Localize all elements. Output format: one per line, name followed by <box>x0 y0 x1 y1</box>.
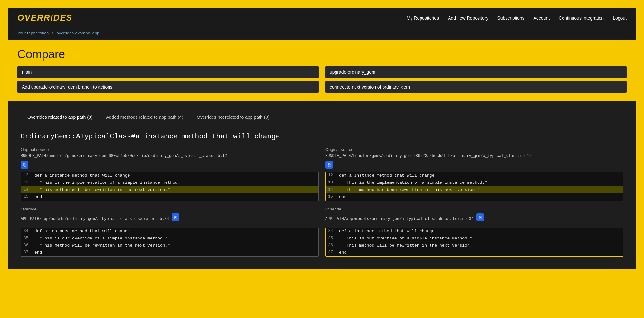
right-code-line-14: 14 "This method has been rewritten in th… <box>326 186 623 193</box>
left-branch-input[interactable]: main <box>17 66 319 78</box>
right-override-num-36: 36 <box>326 242 336 249</box>
left-source-label: Original source <box>21 147 319 152</box>
right-override-num-35: 35 <box>326 235 336 242</box>
left-line-num-13: 13 <box>21 179 31 186</box>
right-code-line-12: 12 def a_instance_method_that_will_chang… <box>326 172 623 179</box>
left-code-line-13: 13 "This is the implementation of a simp… <box>21 179 318 186</box>
header: OVERRIDES My Repositories Add new Reposi… <box>8 8 636 28</box>
left-column: Original source BUNDLE_PATH/bundler/gems… <box>21 147 319 257</box>
right-override-code-block: 34 def a_instance_method_that_will_chang… <box>325 228 623 257</box>
right-override-line-35: 35 "This is our override of a simple ins… <box>326 235 623 242</box>
right-override-copy-icon: ⎘ <box>479 215 481 220</box>
right-copy-button[interactable]: ⎘ <box>325 161 333 169</box>
logo: OVERRIDES <box>17 13 72 23</box>
left-override-line-34: 34 def a_instance_method_that_will_chang… <box>21 228 318 235</box>
nav-account[interactable]: Account <box>533 15 550 21</box>
right-line-content-12: def a_instance_method_that_will_change <box>336 172 623 179</box>
right-line-num-13: 13 <box>326 179 336 186</box>
left-override-copy-icon: ⎘ <box>174 215 177 220</box>
right-line-content-15: end <box>336 193 623 201</box>
left-override-content-35: "This is our override of a simple instan… <box>31 235 318 242</box>
breadcrumb-bar: Your repositories / overrides-example-ap… <box>8 28 636 41</box>
right-override-line-37: 37 end <box>326 249 623 256</box>
right-override-num-34: 34 <box>326 228 336 235</box>
left-override-num-37: 37 <box>21 249 31 256</box>
left-line-content-12: def a_instance_method_that_will_change <box>31 172 318 179</box>
right-override-num-37: 37 <box>326 249 336 256</box>
right-source-label: Original source <box>325 147 623 152</box>
comparison-columns: Original source BUNDLE_PATH/bundler/gems… <box>21 147 623 257</box>
compare-inputs: main upgrade-ordinary_gem Add upgrade-or… <box>17 66 627 93</box>
left-override-content-36: "This method will be rewritten in the ne… <box>31 242 318 249</box>
left-override-num-36: 36 <box>21 242 31 249</box>
right-column: Original source BUNDLE_PATH/bundler/gems… <box>325 147 623 257</box>
left-commit-input[interactable]: Add upgrade-ordinary_gem branch to actio… <box>17 81 319 93</box>
right-override-path-row: APP_PATH/app/models/ordinary_gem/a_typic… <box>325 213 623 224</box>
right-override-content-34: def a_instance_method_that_will_change <box>336 228 623 235</box>
right-override-label: Override <box>325 207 623 211</box>
tab-overrides-not-related[interactable]: Overrides not related to app path (0) <box>190 111 276 123</box>
breadcrumb-current-repo[interactable]: overrides-example-app <box>57 31 99 35</box>
right-code-line-15: 15 end <box>326 193 623 201</box>
right-override-content-36: "This method will be rewritten in the ne… <box>336 242 623 249</box>
left-override-content-34: def a_instance_method_that_will_change <box>31 228 318 235</box>
left-source-path: BUNDLE_PATH/bundler/gems/ordinary-gem-68… <box>21 154 319 158</box>
right-commit-input[interactable]: connect to next version of ordinary_gem <box>325 81 627 93</box>
right-line-content-13: "This is the implementation of a simple … <box>336 179 623 186</box>
compare-title: Compare <box>17 48 627 61</box>
tab-overrides-related[interactable]: Overrides related to app path (8) <box>21 111 99 123</box>
left-override-copy-button[interactable]: ⎘ <box>172 213 179 221</box>
left-code-line-15: 15 end <box>21 193 318 201</box>
left-line-num-14: 14 <box>21 186 31 193</box>
left-override-path: APP_PATH/app/models/ordinary_gem/a_typic… <box>21 217 169 221</box>
nav-add-repository[interactable]: Add new Repository <box>448 15 488 21</box>
class-heading: OrdinaryGem::ATypicalClass#a_instance_me… <box>21 133 623 141</box>
left-override-code-block: 34 def a_instance_method_that_will_chang… <box>21 228 319 257</box>
left-line-num-15: 15 <box>21 193 31 201</box>
compare-section: Compare main upgrade-ordinary_gem Add up… <box>8 41 636 100</box>
right-source-path: BUNDLE_PATH/bundler/gems/ordinary-gem-28… <box>325 154 623 158</box>
right-override-path: APP_PATH/app/models/ordinary_gem/a_typic… <box>325 217 474 221</box>
nav-my-repositories[interactable]: My Repositories <box>407 15 439 21</box>
tabs: Overrides related to app path (8) Added … <box>21 111 623 123</box>
tab-added-methods[interactable]: Added methods related to app path (4) <box>99 111 190 123</box>
right-branch-input[interactable]: upgrade-ordinary_gem <box>325 66 627 78</box>
left-override-line-35: 35 "This is our override of a simple ins… <box>21 235 318 242</box>
nav-subscriptions[interactable]: Subscriptions <box>497 15 524 21</box>
page-wrapper: OVERRIDES My Repositories Add new Reposi… <box>6 6 638 271</box>
left-copy-button[interactable]: ⎘ <box>21 161 28 169</box>
left-override-line-37: 37 end <box>21 249 318 256</box>
left-line-content-13: "This is the implementation of a simple … <box>31 179 318 186</box>
nav-ci[interactable]: Continuous integration <box>559 15 604 21</box>
main-content: Overrides related to app path (8) Added … <box>8 100 636 269</box>
right-code-line-13: 13 "This is the implementation of a simp… <box>326 179 623 186</box>
left-line-num-12: 12 <box>21 172 31 179</box>
right-line-num-14: 14 <box>326 186 336 193</box>
right-override-content-37: end <box>336 249 623 256</box>
right-line-num-15: 15 <box>326 193 336 201</box>
left-override-line-36: 36 "This method will be rewritten in the… <box>21 242 318 249</box>
left-code-line-14: 14 "This method will be rewritten in the… <box>21 186 318 193</box>
right-override-content-35: "This is our override of a simple instan… <box>336 235 623 242</box>
right-line-content-14: "This method has been rewritten in this … <box>336 186 623 193</box>
nav-logout[interactable]: Logout <box>613 15 627 21</box>
right-override-line-36: 36 "This method will be rewritten in the… <box>326 242 623 249</box>
right-original-code-block: 12 def a_instance_method_that_will_chang… <box>325 172 623 201</box>
left-override-num-35: 35 <box>21 235 31 242</box>
left-override-content-37: end <box>31 249 318 256</box>
left-override-label: Override <box>21 207 319 211</box>
right-copy-icon: ⎘ <box>328 162 330 167</box>
breadcrumb-separator: / <box>52 31 53 35</box>
right-override-line-34: 34 def a_instance_method_that_will_chang… <box>326 228 623 235</box>
right-line-num-12: 12 <box>326 172 336 179</box>
main-nav: My Repositories Add new Repository Subsc… <box>407 15 627 21</box>
left-code-line-12: 12 def a_instance_method_that_will_chang… <box>21 172 318 179</box>
right-override-copy-button[interactable]: ⎘ <box>476 213 484 221</box>
left-copy-icon: ⎘ <box>23 162 26 167</box>
left-override-num-34: 34 <box>21 228 31 235</box>
left-line-content-15: end <box>31 193 318 201</box>
breadcrumb-your-repositories[interactable]: Your repositories <box>17 31 49 35</box>
left-override-path-row: APP_PATH/app/models/ordinary_gem/a_typic… <box>21 213 319 224</box>
left-line-content-14: "This method will be rewritten in the ne… <box>31 186 318 193</box>
left-original-code-block: 12 def a_instance_method_that_will_chang… <box>21 172 319 201</box>
